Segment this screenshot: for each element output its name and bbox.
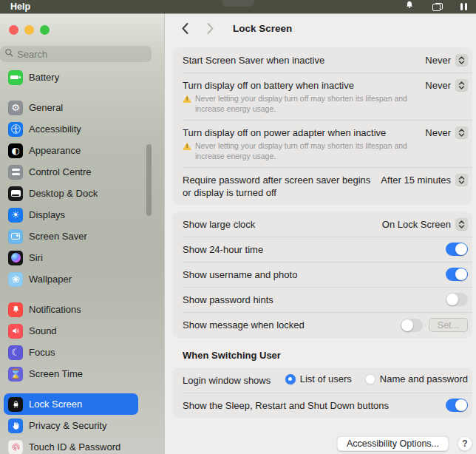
sidebar-group: NotificationsSound☾Focus⌛Screen Time (0, 299, 164, 384)
help-button[interactable]: ? (458, 436, 472, 451)
sidebar-group: Battery (0, 67, 164, 88)
show-the-sleep-restart-and-shut-down-buttons-toggle[interactable] (446, 399, 468, 412)
setting-label: Start Screen Saver when inactive (183, 53, 324, 67)
popup-value: On Lock Screen (382, 217, 451, 231)
sidebar-item-label: Appearance (29, 145, 81, 156)
warning-message: Never letting your display turn off may … (183, 94, 438, 114)
start-screen-saver-when-inactive-popup[interactable]: Never (425, 53, 468, 67)
menu-help[interactable]: Help (10, 1, 30, 12)
toggle-knob (446, 294, 458, 305)
sidebar-item-touch-id-password[interactable]: Touch ID & Password (4, 436, 138, 454)
window-stack-icon[interactable] (432, 3, 443, 11)
settings-row: Login window showsList of usersName and … (172, 367, 472, 393)
settings-card: Show large clockOn Lock ScreenShow 24-ho… (172, 211, 472, 338)
sidebar-item-appearance[interactable]: ◐Appearance (4, 140, 138, 161)
sidebar-item-general[interactable]: ⚙General (4, 97, 138, 118)
page-title: Lock Screen (233, 23, 292, 34)
show-large-clock-popup[interactable]: On Lock Screen (382, 217, 468, 231)
settings-row: Show 24-hour time (172, 237, 472, 262)
menu-bar: Help (0, 0, 476, 13)
sidebar-item-screen-time[interactable]: ⌛Screen Time (4, 363, 138, 384)
search-input[interactable] (17, 49, 147, 60)
stepper-icon (455, 174, 468, 186)
setting-label: Show message when locked (183, 318, 305, 331)
radio-label: List of users (300, 373, 352, 384)
sidebar-item-label: General (29, 102, 63, 113)
notification-bell-icon[interactable] (404, 0, 415, 13)
popup-value: Never (425, 53, 451, 67)
show-24-hour-time-toggle[interactable] (446, 243, 468, 256)
sidebar-item-label: Screen Saver (29, 231, 87, 242)
sidebar-item-sound[interactable]: Sound (4, 320, 138, 342)
appearance-icon: ◐ (8, 143, 23, 158)
screen-time-icon: ⌛ (8, 367, 23, 382)
settings-window: Battery⚙GeneralAccessibility◐AppearanceC… (0, 13, 476, 454)
popup-value: Never (425, 78, 451, 92)
setting-label: Turn display off on power adapter when i… (183, 126, 386, 139)
setting-label: Login window shows (183, 373, 271, 387)
forward-button[interactable] (203, 19, 217, 37)
stepper-icon (455, 218, 468, 230)
search-field[interactable] (0, 46, 152, 62)
sidebar-item-notifications[interactable]: Notifications (4, 299, 138, 320)
sidebar-item-battery[interactable]: Battery (4, 67, 138, 88)
show-message-when-locked-toggle[interactable] (401, 319, 423, 332)
sidebar-item-screen-saver[interactable]: Screen Saver (4, 226, 138, 247)
close-button[interactable] (9, 25, 18, 35)
sidebar-item-label: Accessibility (29, 123, 81, 135)
sidebar-item-desktop-dock[interactable]: Desktop & Dock (4, 183, 138, 204)
show-username-and-photo-toggle[interactable] (446, 268, 468, 281)
back-button[interactable] (178, 19, 191, 37)
control-centre-icon (8, 165, 23, 180)
sidebar-item-label: Battery (29, 72, 59, 83)
sidebar-group: ⚙GeneralAccessibility◐AppearanceControl … (0, 97, 164, 290)
section-title: When Switching User (183, 350, 472, 361)
lock-icon (8, 397, 23, 412)
stepper-icon (455, 54, 468, 66)
require-password-after-screen-saver-begins-or-display-is-turned-off-popup[interactable]: After 15 minutes (381, 173, 468, 186)
sidebar-item-displays[interactable]: ☀Displays (4, 204, 138, 226)
settings-card: Login window showsList of usersName and … (172, 367, 472, 418)
radio-name-and-password[interactable]: Name and password (365, 373, 468, 384)
radio-circle-icon (365, 374, 375, 384)
toggle-knob (455, 268, 467, 280)
sidebar: Battery⚙GeneralAccessibility◐AppearanceC… (0, 13, 164, 454)
turn-display-off-on-battery-when-inactive-popup[interactable]: Never (425, 78, 468, 92)
settings-row: Show password hints (172, 287, 472, 312)
warning-text: Never letting your display turn off may … (195, 94, 438, 114)
sidebar-list: Battery⚙GeneralAccessibility◐AppearanceC… (0, 67, 164, 454)
settings-row: Turn display off on battery when inactiv… (172, 72, 472, 120)
sidebar-item-label: Displays (29, 209, 65, 220)
setting-label: Show the Sleep, Restart and Shut Down bu… (183, 399, 389, 412)
set-message-button[interactable]: Set... (429, 318, 468, 332)
toggle-knob (455, 399, 467, 411)
show-password-hints-toggle[interactable] (446, 293, 468, 306)
sidebar-item-accessibility[interactable]: Accessibility (4, 118, 138, 140)
radio-list-of-users[interactable]: List of users (285, 373, 352, 384)
sidebar-item-siri[interactable]: Siri (4, 247, 138, 268)
desktop-dock-icon (8, 186, 23, 201)
sidebar-scrollbar[interactable] (146, 144, 152, 216)
sidebar-item-wallpaper[interactable]: ❀Wallpaper (4, 268, 138, 290)
screen-saver-icon (8, 229, 23, 244)
sidebar-item-focus[interactable]: ☾Focus (4, 342, 138, 363)
warning-triangle-icon (183, 95, 191, 104)
battery-icon (8, 70, 23, 85)
sidebar-item-privacy-security[interactable]: Privacy & Security (4, 415, 138, 436)
settings-row: Turn display off on power adapter when i… (172, 120, 472, 167)
toggle-button-group: Set... (401, 318, 468, 332)
main-header: Lock Screen (172, 13, 472, 43)
airpods-icon[interactable] (460, 3, 467, 10)
zoom-button[interactable] (40, 25, 50, 35)
sidebar-item-label: Sound (29, 325, 57, 336)
toggle-knob (401, 319, 413, 331)
radio-options: List of usersName and password (285, 373, 468, 384)
sidebar-item-control-centre[interactable]: Control Centre (4, 161, 138, 183)
minimize-button[interactable] (24, 25, 34, 35)
sidebar-item-lock-screen[interactable]: Lock Screen (4, 393, 138, 415)
sidebar-item-label: Touch ID & Password (29, 441, 120, 453)
focus-icon: ☾ (8, 345, 23, 360)
accessibility-options-button[interactable]: Accessibility Options... (337, 436, 449, 451)
turn-display-off-on-power-adapter-when-inactive-popup[interactable]: Never (425, 126, 468, 139)
sidebar-item-label: Siri (29, 252, 43, 263)
